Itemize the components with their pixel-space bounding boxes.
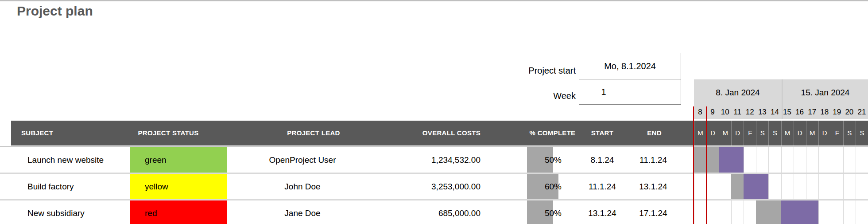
gantt-chart-area [694,147,868,224]
day-number-cell: 9 [706,106,719,119]
day-number-cell: 19 [831,106,843,119]
day-letter-cell: M [719,121,731,145]
costs-cell[interactable]: 1,234,532.00 [381,147,480,173]
day-number-cell: 13 [756,106,768,119]
week-input[interactable]: 1 [579,79,628,105]
end-cell[interactable]: 13.1.24 [629,174,678,199]
gantt-bar-remaining [719,147,744,173]
end-cell[interactable]: 17.1.24 [629,200,678,224]
col-header-subject: SUBJECT [21,121,53,145]
day-letter-cell: D [818,121,831,145]
complete-cell[interactable]: 50% [527,200,579,224]
day-number-cell: 16 [794,106,806,119]
complete-cell[interactable]: 60% [527,174,579,199]
col-header-overall-costs: OVERALL COSTS [381,121,480,145]
page-title: Project plan [17,4,93,19]
today-marker-line [693,106,694,224]
header-bottom-border [0,146,868,147]
subject-cell[interactable]: New subsidiary [27,200,85,224]
day-letters-row: MDMDFSSMDMDFSS [694,121,868,145]
project-start-label: Project start [443,66,576,76]
gantt-gridline [818,147,819,224]
day-number-cell: 12 [744,106,756,119]
day-number-cell: 21 [856,106,868,119]
day-numbers-row: 89101112131415161718192021 [694,106,868,119]
today-marker-line [706,106,707,224]
top-divider [0,0,868,1]
start-cell[interactable]: 8.1.24 [576,147,629,173]
day-letter-cell: S [843,121,856,145]
start-cell[interactable]: 13.1.24 [576,200,629,224]
day-number-cell: 10 [719,106,731,119]
col-header-project-lead: PROJECT LEAD [258,121,369,145]
project-start-input[interactable]: Mo, 8.1.2024 [579,53,681,79]
gantt-gridline [831,147,831,224]
day-letter-cell: M [694,121,706,145]
complete-value: 50% [527,200,579,224]
day-number-cell: 20 [843,106,856,119]
day-number-cell: 18 [818,106,831,119]
day-letter-cell: D [706,121,719,145]
gantt-bar-remaining [744,174,768,199]
day-letter-cell: S [756,121,768,145]
gantt-gridline [856,147,856,224]
week-label: Week [443,91,576,101]
subject-cell[interactable]: Launch new website [27,147,104,173]
gantt-bar-complete [756,200,781,224]
status-cell[interactable]: red [130,200,227,224]
gantt-bar-complete [731,174,744,199]
col-header-end: END [629,121,680,145]
lead-cell[interactable]: John Doe [258,174,347,199]
day-letter-cell: M [781,121,794,145]
complete-value: 60% [527,174,579,199]
day-letter-cell: M [806,121,818,145]
start-cell[interactable]: 11.1.24 [576,174,629,199]
day-letter-cell: D [794,121,806,145]
day-number-cell: 15 [781,106,794,119]
status-cell[interactable]: green [130,147,227,173]
day-letter-cell: F [744,121,756,145]
week-header-2: 15. Jan 2024 [783,79,868,106]
day-letter-cell: S [856,121,868,145]
lead-cell[interactable]: Jane Doe [258,200,347,224]
col-header-start: START [576,121,629,145]
subject-cell[interactable]: Build factory [27,174,74,199]
complete-value: 50% [527,147,579,173]
costs-cell[interactable]: 3,253,000.00 [381,174,480,199]
project-plan-sheet: Project plan Project start Mo, 8.1.2024 … [0,0,868,224]
day-letter-cell: D [731,121,744,145]
day-letter-cell: S [768,121,781,145]
day-number-cell: 8 [694,106,706,119]
costs-cell[interactable]: 685,000.00 [381,200,480,224]
end-cell[interactable]: 11.1.24 [629,147,678,173]
status-cell[interactable]: yellow [130,174,227,199]
col-header-project-status: PROJECT STATUS [124,121,213,145]
day-number-cell: 17 [806,106,818,119]
gantt-bar-remaining [781,200,818,224]
gantt-calendar-header: 8. Jan 2024 15. Jan 2024 891011121314151… [694,79,868,119]
day-number-cell: 11 [731,106,744,119]
gantt-gridline [843,147,844,224]
day-letter-cell: F [831,121,843,145]
lead-cell[interactable]: OpenProject User [258,147,347,173]
complete-cell[interactable]: 50% [527,147,579,173]
week-header-1: 8. Jan 2024 [694,79,782,106]
week-adjacent-cell [628,79,681,105]
day-number-cell: 14 [768,106,781,119]
